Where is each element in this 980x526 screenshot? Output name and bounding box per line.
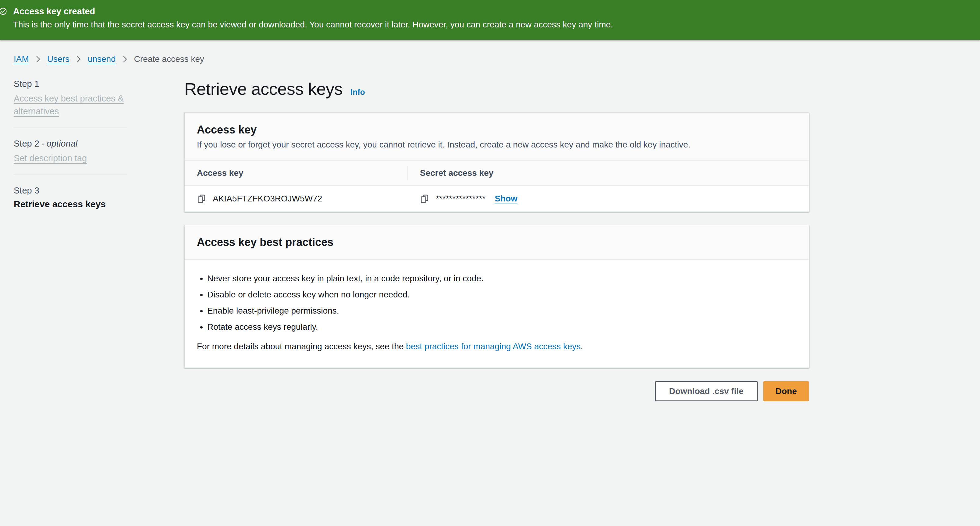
page-title: Retrieve access keys xyxy=(185,79,342,99)
access-key-value: AKIA5FTZFKO3ROJW5W72 xyxy=(213,194,322,203)
access-key-table-row: AKIA5FTZFKO3ROJW5W72 *************** Sho… xyxy=(185,186,809,211)
content-area: Step 1 Access key best practices & alter… xyxy=(0,79,980,401)
best-practices-doc-link[interactable]: best practices for managing AWS access k… xyxy=(406,342,581,351)
best-practices-card-title: Access key best practices xyxy=(197,235,797,249)
step-2-optional-text: optional xyxy=(47,139,78,148)
breadcrumb-users[interactable]: Users xyxy=(47,54,70,64)
step-3-label: Step 3 xyxy=(14,185,129,195)
success-banner: Access key created This is the only time… xyxy=(0,0,980,40)
secret-access-key-cell: *************** Show xyxy=(407,194,797,203)
page-title-row: Retrieve access keys Info xyxy=(185,79,809,99)
chevron-right-icon xyxy=(76,55,81,63)
chevron-right-icon xyxy=(123,55,127,63)
access-key-card-title: Access key xyxy=(197,123,797,137)
page: Access key created This is the only time… xyxy=(0,0,980,526)
steps-divider xyxy=(14,174,127,175)
best-practice-item: Rotate access keys regularly. xyxy=(207,322,797,332)
wizard-step-1: Step 1 Access key best practices & alter… xyxy=(14,79,129,118)
download-csv-button[interactable]: Download .csv file xyxy=(655,381,758,401)
best-practice-item: Never store your access key in plain tex… xyxy=(207,273,797,284)
column-header-secret-label: Secret access key xyxy=(420,168,493,178)
banner-message: This is the only time that the secret ac… xyxy=(13,19,613,30)
best-practices-card-body: Never store your access key in plain tex… xyxy=(185,260,809,367)
breadcrumb-iam[interactable]: IAM xyxy=(14,54,29,64)
breadcrumb-current: Create access key xyxy=(134,54,204,64)
wizard-steps-nav: Step 1 Access key best practices & alter… xyxy=(14,79,129,210)
success-check-icon xyxy=(0,8,7,16)
best-practice-item: Enable least-privilege permissions. xyxy=(207,306,797,316)
banner-title: Access key created xyxy=(13,5,613,17)
step-2-label-text: Step 2 - xyxy=(14,139,45,148)
breadcrumb-unsend[interactable]: unsend xyxy=(88,54,116,64)
access-key-card: Access key If you lose or forget your se… xyxy=(185,113,809,212)
step-1-link[interactable]: Access key best practices & alternatives xyxy=(14,94,124,116)
column-header-secret-access-key: Secret access key xyxy=(407,161,797,185)
best-practices-card-header: Access key best practices xyxy=(185,225,809,260)
access-key-card-header: Access key If you lose or forget your se… xyxy=(185,113,809,161)
step-2-link[interactable]: Set description tag xyxy=(14,153,87,163)
column-header-access-key: Access key xyxy=(197,161,407,185)
secret-key-masked-value: *************** xyxy=(436,194,485,203)
step-3-current-title: Retrieve access keys xyxy=(14,199,129,210)
steps-divider xyxy=(14,127,127,128)
main-panel: Retrieve access keys Info Access key If … xyxy=(185,79,809,401)
step-1-label: Step 1 xyxy=(14,79,129,89)
breadcrumb: IAM Users unsend Create access key xyxy=(14,54,980,64)
copy-icon xyxy=(197,194,206,203)
info-link[interactable]: Info xyxy=(350,87,365,97)
banner-text: Access key created This is the only time… xyxy=(13,5,613,30)
copy-icon xyxy=(420,194,429,203)
wizard-step-2: Step 2 -optional Set description tag xyxy=(14,138,129,165)
footer-period: . xyxy=(581,342,583,351)
copy-secret-key-button[interactable] xyxy=(420,194,429,203)
step-2-label: Step 2 -optional xyxy=(14,138,129,149)
best-practice-item: Disable or delete access key when no lon… xyxy=(207,289,797,300)
best-practices-card: Access key best practices Never store yo… xyxy=(185,225,809,368)
actions-bar: Download .csv file Done xyxy=(185,381,809,401)
copy-access-key-button[interactable] xyxy=(197,194,206,203)
access-key-table-header: Access key Secret access key xyxy=(185,161,809,186)
access-key-cell: AKIA5FTZFKO3ROJW5W72 xyxy=(197,194,407,203)
footer-text: For more details about managing access k… xyxy=(197,342,406,351)
best-practices-footer: For more details about managing access k… xyxy=(197,341,797,352)
chevron-right-icon xyxy=(36,55,41,63)
best-practices-list: Never store your access key in plain tex… xyxy=(197,273,797,332)
done-button[interactable]: Done xyxy=(763,381,809,401)
show-secret-key-link[interactable]: Show xyxy=(495,194,517,203)
access-key-card-description: If you lose or forget your secret access… xyxy=(197,140,797,150)
wizard-step-3: Step 3 Retrieve access keys xyxy=(14,185,129,210)
